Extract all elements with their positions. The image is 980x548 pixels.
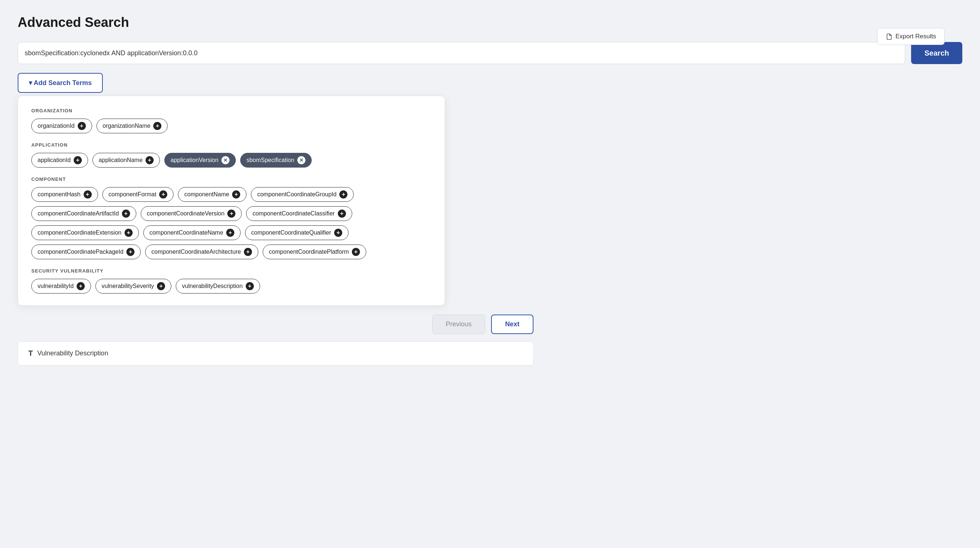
chip-componentHash-icon: + (84, 191, 92, 199)
next-button[interactable]: Next (491, 315, 533, 334)
chip-vulnerabilitySeverity-icon: + (157, 282, 165, 290)
chip-applicationVersion-label: applicationVersion (170, 157, 218, 164)
chip-applicationName-icon: + (146, 156, 154, 164)
application-section-label: APPLICATION (31, 142, 431, 148)
chip-componentCoordinateClassifier[interactable]: componentCoordinateClassifier + (246, 206, 352, 221)
chip-componentCoordinateExtension[interactable]: componentCoordinateExtension + (31, 226, 139, 240)
chip-componentCoordinateClassifier-icon: + (338, 210, 346, 218)
chip-vulnerabilityDescription-icon: + (246, 282, 254, 290)
chip-componentCoordinatePackageId[interactable]: componentCoordinatePackageId + (31, 245, 141, 259)
chip-componentCoordinateClassifier-label: componentCoordinateClassifier (252, 210, 334, 217)
chip-componentCoordinateGroupId-label: componentCoordinateGroupId (257, 191, 336, 198)
component-chips-row2: componentCoordinateArtifactId + componen… (31, 206, 431, 221)
chip-componentCoordinateArtifactId-icon: + (122, 210, 130, 218)
chip-componentCoordinateExtension-icon: + (124, 229, 133, 237)
text-type-icon: T (29, 349, 33, 357)
previous-button-label: Previous (446, 321, 472, 328)
application-chips: applicationId + applicationName + applic… (31, 153, 431, 168)
vulnerability-description-label: Vulnerability Description (37, 349, 108, 357)
chip-componentCoordinateArchitecture-icon: + (244, 248, 252, 256)
previous-button[interactable]: Previous (432, 315, 485, 334)
export-results-label: Export Results (895, 33, 936, 40)
chip-componentCoordinatePackageId-icon: + (126, 248, 134, 256)
chip-componentFormat-label: componentFormat (109, 191, 157, 198)
chip-componentCoordinateExtension-label: componentCoordinateExtension (38, 229, 122, 236)
security-vulnerability-section-label: SECURITY VULNERABILITY (31, 268, 431, 274)
chip-applicationId-icon: + (74, 156, 82, 164)
chip-vulnerabilityId-icon: + (76, 282, 85, 290)
add-search-terms-label: ▾ Add Search Terms (29, 79, 92, 87)
chip-sbomSpecification-label: sbomSpecification (247, 157, 294, 164)
chip-componentCoordinateArtifactId-label: componentCoordinateArtifactId (38, 210, 119, 217)
chip-applicationName-label: applicationName (99, 157, 143, 164)
add-search-terms-button[interactable]: ▾ Add Search Terms (18, 73, 103, 93)
chip-componentCoordinateVersion-icon: + (228, 210, 235, 218)
export-results-button[interactable]: Export Results (877, 28, 945, 45)
chip-componentCoordinateQualifier-label: componentCoordinateQualifier (251, 229, 331, 236)
search-terms-dropdown: ORGANIZATION organizationId + organizati… (18, 96, 445, 306)
chip-organizationId-icon: + (78, 122, 86, 130)
chip-organizationName[interactable]: organizationName + (97, 119, 168, 133)
search-input[interactable] (25, 49, 898, 57)
component-chips-row3: componentCoordinateExtension + component… (31, 226, 431, 240)
chip-componentFormat-icon: + (159, 191, 167, 199)
organization-chips: organizationId + organizationName + (31, 119, 431, 133)
chip-componentName[interactable]: componentName + (178, 187, 247, 202)
security-vulnerability-chips: vulnerabilityId + vulnerabilitySeverity … (31, 279, 431, 294)
chip-componentCoordinateArchitecture[interactable]: componentCoordinateArchitecture + (145, 245, 258, 259)
search-button[interactable]: Search (911, 42, 963, 64)
component-chips-row4: componentCoordinatePackageId + component… (31, 245, 431, 259)
chip-componentCoordinateGroupId[interactable]: componentCoordinateGroupId + (251, 187, 354, 202)
chip-vulnerabilityDescription-label: vulnerabilityDescription (182, 283, 243, 289)
chip-componentCoordinatePackageId-label: componentCoordinatePackageId (38, 249, 123, 255)
chip-applicationId[interactable]: applicationId + (31, 153, 88, 168)
chip-componentCoordinateVersion[interactable]: componentCoordinateVersion + (141, 206, 242, 221)
page-title: Advanced Search (18, 15, 963, 30)
chip-organizationId-label: organizationId (38, 122, 75, 129)
chip-componentCoordinateArchitecture-label: componentCoordinateArchitecture (151, 249, 241, 255)
chip-componentHash[interactable]: componentHash + (31, 187, 98, 202)
search-button-label: Search (924, 49, 949, 57)
organization-section-label: ORGANIZATION (31, 108, 431, 113)
chip-componentCoordinateQualifier-icon: + (334, 229, 342, 237)
chip-componentName-icon: + (232, 191, 240, 199)
chip-vulnerabilityDescription[interactable]: vulnerabilityDescription + (176, 279, 260, 294)
next-button-label: Next (505, 321, 519, 328)
bottom-section: T Vulnerability Description (18, 342, 533, 365)
component-chips-row1: componentHash + componentFormat + compon… (31, 187, 431, 202)
chip-organizationName-label: organizationName (103, 122, 151, 129)
chip-organizationName-icon: + (153, 122, 161, 130)
chip-componentCoordinateName-icon: + (226, 229, 234, 237)
chip-applicationName[interactable]: applicationName + (92, 153, 160, 168)
vulnerability-description-row: T Vulnerability Description (29, 349, 523, 357)
chip-componentCoordinateQualifier[interactable]: componentCoordinateQualifier + (245, 226, 348, 240)
search-bar (18, 42, 905, 64)
chip-componentFormat[interactable]: componentFormat + (102, 187, 174, 202)
chip-vulnerabilityId[interactable]: vulnerabilityId + (31, 279, 91, 294)
chip-applicationVersion[interactable]: applicationVersion ✕ (164, 153, 236, 168)
chip-componentCoordinatePlatform[interactable]: componentCoordinatePlatform + (262, 245, 366, 259)
chip-componentCoordinateName[interactable]: componentCoordinateName + (143, 226, 240, 240)
chip-componentCoordinatePlatform-label: componentCoordinatePlatform (269, 249, 349, 255)
component-section-label: COMPONENT (31, 176, 431, 182)
chip-sbomSpecification[interactable]: sbomSpecification ✕ (240, 153, 312, 168)
chip-vulnerabilityId-label: vulnerabilityId (38, 283, 74, 289)
chip-vulnerabilitySeverity-label: vulnerabilitySeverity (102, 283, 154, 289)
chip-componentCoordinateGroupId-icon: + (339, 191, 347, 199)
chip-sbomSpecification-icon: ✕ (298, 156, 305, 164)
chip-applicationVersion-icon: ✕ (221, 156, 229, 164)
chip-applicationId-label: applicationId (38, 157, 71, 164)
chip-componentName-label: componentName (184, 191, 229, 198)
chip-componentHash-label: componentHash (38, 191, 81, 198)
chip-componentCoordinateArtifactId[interactable]: componentCoordinateArtifactId + (31, 206, 136, 221)
chip-organizationId[interactable]: organizationId + (31, 119, 92, 133)
chip-vulnerabilitySeverity[interactable]: vulnerabilitySeverity + (95, 279, 171, 294)
chip-componentCoordinatePlatform-icon: + (352, 248, 360, 256)
chip-componentCoordinateVersion-label: componentCoordinateVersion (147, 210, 225, 217)
document-icon (886, 33, 892, 40)
chip-componentCoordinateName-label: componentCoordinateName (150, 229, 223, 236)
